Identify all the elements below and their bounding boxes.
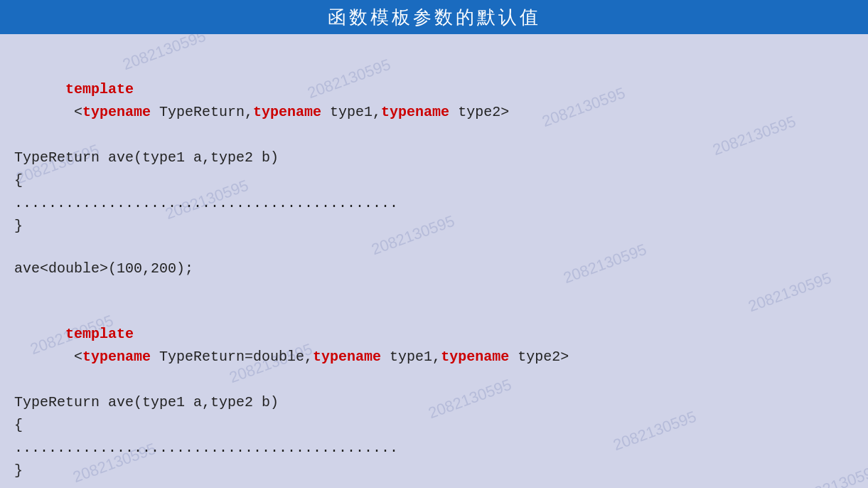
code-call-1: ave<double>(100,200);: [14, 258, 854, 280]
code-line-template2: template <typename TypeReturn=double,typ…: [14, 300, 854, 391]
code-line-dots2: ........................................…: [14, 437, 854, 460]
code-line-funcdef2: TypeReturn ave(type1 a,type2 b): [14, 391, 854, 414]
keyword-typename-1b: typename: [253, 104, 321, 120]
header-title: 函数模板参数的默认值: [328, 5, 541, 30]
code-line-brace1-close: }: [14, 215, 854, 238]
code-line-brace2-open: {: [14, 414, 854, 437]
code-text-2d: type2>: [509, 349, 569, 365]
code-block-2: template <typename TypeReturn=double,typ…: [14, 300, 854, 482]
keyword-typename-1a: typename: [82, 104, 151, 120]
keyword-typename-1c: typename: [381, 104, 449, 120]
code-line-brace1-open: {: [14, 169, 854, 192]
code-line-dots1: ........................................…: [14, 192, 854, 215]
code-line-template1: template <typename TypeReturn,typename t…: [14, 55, 854, 147]
code-line-call1: ave<double>(100,200);: [14, 258, 854, 280]
header: 函数模板参数的默认值: [0, 0, 868, 34]
code-text-2a: <: [65, 349, 82, 365]
code-text-1b: TypeReturn,: [151, 104, 253, 120]
code-text-2c: type1,: [381, 349, 441, 365]
content-area: 2082130595 2082130595 2082130595 2082130…: [0, 34, 868, 488]
keyword-typename-2b: typename: [313, 349, 381, 365]
code-block-1: template <typename TypeReturn,typename t…: [14, 55, 854, 238]
keyword-template-1: template: [65, 81, 134, 97]
code-text-2b: TypeReturn=double,: [151, 349, 313, 365]
code-text-1c: type1,: [321, 104, 381, 120]
code-text-1a: <: [65, 104, 82, 120]
code-line-funcdef1: TypeReturn ave(type1 a,type2 b): [14, 147, 854, 169]
code-text-1d: type2>: [449, 104, 509, 120]
keyword-typename-2a: typename: [82, 349, 151, 365]
keyword-typename-2c: typename: [441, 349, 509, 365]
keyword-template-2: template: [65, 326, 134, 342]
code-line-brace2-close: }: [14, 460, 854, 482]
